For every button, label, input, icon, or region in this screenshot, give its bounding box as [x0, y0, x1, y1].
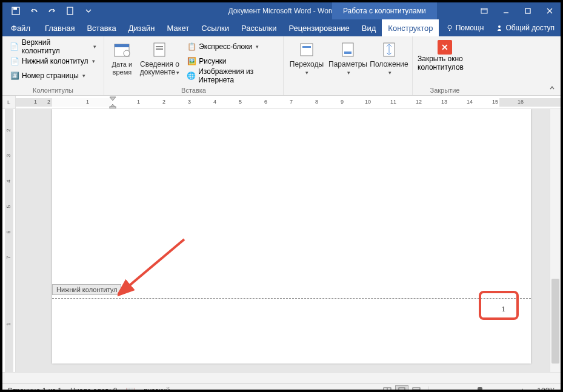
online-picture-icon: 🌐	[187, 71, 196, 81]
page-number-icon: #️⃣	[10, 71, 19, 81]
options-button[interactable]: Параметры▾	[330, 38, 366, 77]
collapse-ribbon-button[interactable]	[547, 83, 557, 93]
svg-rect-14	[302, 46, 311, 48]
svg-point-9	[124, 50, 130, 56]
header-icon: 📄	[10, 42, 19, 51]
document-info-icon	[150, 40, 169, 59]
svg-rect-16	[344, 51, 351, 54]
undo-button[interactable]	[27, 4, 41, 18]
status-words[interactable]: Число слов: 0	[70, 387, 117, 393]
group-label: Колонтитулы	[7, 85, 99, 95]
qat-more-button[interactable]	[81, 4, 96, 18]
share-icon	[496, 24, 503, 32]
quick-parts-button[interactable]: 📋Экспресс-блоки▾	[184, 40, 278, 53]
horizontal-scrollbar[interactable]	[2, 372, 561, 383]
svg-rect-18	[110, 107, 116, 108]
options-icon	[338, 40, 358, 59]
indent-marker-icon[interactable]	[109, 96, 116, 108]
group-label: Вставка	[109, 85, 278, 95]
ribbon: 📄Верхний колонтитул▾ 📄Нижний колонтитул▾…	[2, 36, 561, 96]
chevron-down-icon: ▾	[256, 44, 259, 50]
svg-rect-15	[342, 43, 353, 56]
svg-rect-22	[413, 388, 420, 393]
group-label	[288, 85, 407, 95]
menu-design[interactable]: Дизайн	[122, 19, 161, 36]
svg-rect-3	[481, 8, 487, 13]
picture-icon: 🖼️	[187, 56, 196, 66]
maximize-button[interactable]	[517, 2, 539, 19]
menu-home[interactable]: Главная	[39, 19, 81, 36]
online-pictures-button[interactable]: 🌐Изображения из Интернета	[184, 69, 278, 82]
position-icon	[379, 40, 399, 59]
menu-insert[interactable]: Вставка	[81, 19, 122, 36]
zoom-slider[interactable]	[447, 390, 513, 392]
svg-rect-4	[525, 8, 530, 13]
page-number-button[interactable]: #️⃣Номер страницы▾	[7, 69, 99, 82]
gotos-button[interactable]: Переходы▾	[288, 38, 325, 77]
svg-point-6	[498, 25, 501, 28]
status-bar: Страница 1 из 1 Число слов: 0 📖 русский …	[2, 383, 561, 392]
vertical-ruler[interactable]: 2 3 4 5 6 7 1	[2, 109, 16, 372]
zoom-out-button[interactable]: −	[433, 386, 442, 392]
view-web-button[interactable]	[410, 385, 423, 393]
horizontal-ruler[interactable]: 1 2 1 1 2 3 4 5 6 7 8 9 10 11 12 13 14 1…	[16, 96, 561, 109]
menu-mailings[interactable]: Рассылки	[235, 19, 282, 36]
close-window-button[interactable]	[539, 2, 561, 19]
svg-rect-2	[67, 7, 73, 15]
date-time-button[interactable]: Дата и время	[109, 38, 135, 76]
doc-info-button[interactable]: Сведения о документе▾	[140, 38, 180, 77]
minimize-button[interactable]	[495, 2, 517, 19]
quick-parts-icon: 📋	[187, 42, 196, 51]
svg-rect-12	[156, 48, 163, 50]
menu-view[interactable]: Вид	[356, 19, 382, 36]
menu-review[interactable]: Рецензирование	[282, 19, 355, 36]
footer-separator	[52, 298, 531, 299]
menu-share[interactable]: Общий доступ	[490, 19, 561, 36]
pictures-button[interactable]: 🖼️Рисунки	[184, 55, 278, 68]
view-print-button[interactable]	[395, 385, 408, 393]
header-button[interactable]: 📄Верхний колонтитул▾	[7, 40, 99, 53]
chevron-down-icon: ▾	[92, 58, 95, 64]
menu-layout[interactable]: Макет	[161, 19, 195, 36]
status-language[interactable]: русский	[144, 387, 170, 393]
footer-button[interactable]: 📄Нижний колонтитул▾	[7, 55, 99, 68]
svg-rect-1	[13, 7, 17, 10]
group-label: Закрытие	[418, 85, 472, 95]
menu-constructor[interactable]: Конструктор	[382, 19, 439, 36]
title-bar: Документ Microsoft Word - Word Работа с …	[2, 2, 561, 19]
context-tab-label: Работа с колонтитулами	[332, 2, 437, 19]
footer-icon: 📄	[10, 56, 19, 66]
spellcheck-icon[interactable]: 📖	[125, 386, 135, 392]
svg-rect-21	[399, 388, 405, 393]
menu-bar: Файл Главная Вставка Дизайн Макет Ссылки…	[2, 19, 561, 36]
zoom-in-button[interactable]: +	[518, 386, 527, 392]
tab-selector[interactable]: L	[2, 96, 16, 109]
position-button[interactable]: Положение▾	[371, 38, 407, 77]
chevron-down-icon: ▾	[93, 44, 96, 50]
menu-help[interactable]: Помощн	[440, 19, 490, 36]
svg-rect-13	[301, 44, 313, 56]
menu-file[interactable]: Файл	[2, 19, 39, 36]
svg-rect-11	[156, 46, 163, 47]
new-button[interactable]	[63, 4, 78, 18]
vertical-scrollbar[interactable]	[550, 109, 561, 372]
document-canvas[interactable]: Нижний колонтитул 1	[16, 109, 550, 372]
svg-rect-8	[115, 44, 129, 47]
window-title: Документ Microsoft Word - Word	[228, 7, 335, 15]
redo-button[interactable]	[45, 4, 59, 18]
svg-point-5	[448, 25, 451, 29]
view-read-button[interactable]	[381, 385, 394, 393]
calendar-icon	[112, 40, 132, 59]
close-header-footer-button[interactable]: ✕ Закрыть окно колонтитулов	[418, 38, 472, 71]
close-icon: ✕	[438, 40, 452, 55]
annotation-highlight	[479, 291, 519, 320]
menu-references[interactable]: Ссылки	[195, 19, 235, 36]
lightbulb-icon	[446, 24, 453, 32]
save-button[interactable]	[8, 4, 23, 18]
status-page[interactable]: Страница 1 из 1	[7, 387, 62, 393]
zoom-percent[interactable]: 100%	[531, 387, 556, 393]
gotos-icon	[297, 40, 316, 59]
footer-tag: Нижний колонтитул	[52, 284, 121, 295]
chevron-down-icon: ▾	[82, 73, 85, 79]
ribbon-options-button[interactable]	[473, 2, 495, 19]
